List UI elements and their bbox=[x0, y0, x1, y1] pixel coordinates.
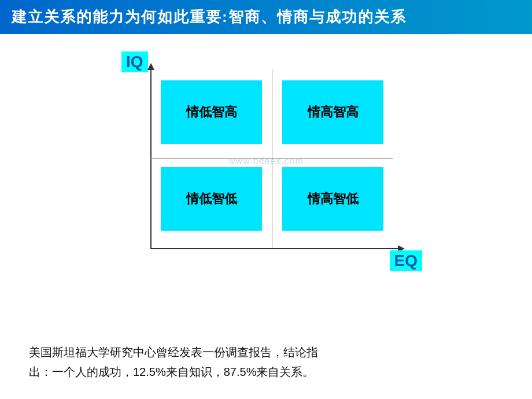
watermark: www.bdeex.com bbox=[228, 156, 304, 167]
iq-label: IQ bbox=[121, 51, 148, 72]
quadrant-top-left: 情低智高 bbox=[161, 80, 262, 144]
eq-label: EQ bbox=[390, 250, 422, 271]
header: 建立关系的能力为何如此重要:智商、情商与成功的关系 bbox=[0, 0, 532, 34]
chart-container: IQ 情低智高 情高智高 情低智低 情高智低 www.bdeex.com EQ bbox=[104, 51, 428, 271]
vertical-divider bbox=[272, 69, 272, 248]
quadrant-top-right: 情高智高 bbox=[282, 80, 383, 144]
body-text-line2: 出：一个人的成功，12.5%来自知识，87.5%来自关系。 bbox=[29, 362, 503, 382]
body-text-line1: 美国斯坦福大学研究中心曾经发表一份调查报告，结论指 bbox=[29, 342, 503, 362]
page: 建立关系的能力为何如此重要:智商、情商与成功的关系 IQ 情低智高 情高智高 情… bbox=[0, 0, 532, 399]
chart-area: IQ 情低智高 情高智高 情低智低 情高智低 www.bdeex.com EQ bbox=[23, 46, 509, 332]
quadrant-bottom-right: 情高智低 bbox=[282, 167, 383, 231]
content: IQ 情低智高 情高智高 情低智低 情高智低 www.bdeex.com EQ bbox=[0, 34, 532, 399]
body-text: 美国斯坦福大学研究中心曾经发表一份调查报告，结论指 出：一个人的成功，12.5%… bbox=[23, 332, 509, 387]
page-title: 建立关系的能力为何如此重要:智商、情商与成功的关系 bbox=[12, 7, 407, 27]
x-axis bbox=[150, 248, 399, 249]
quadrant-bottom-left: 情低智低 bbox=[161, 167, 262, 231]
